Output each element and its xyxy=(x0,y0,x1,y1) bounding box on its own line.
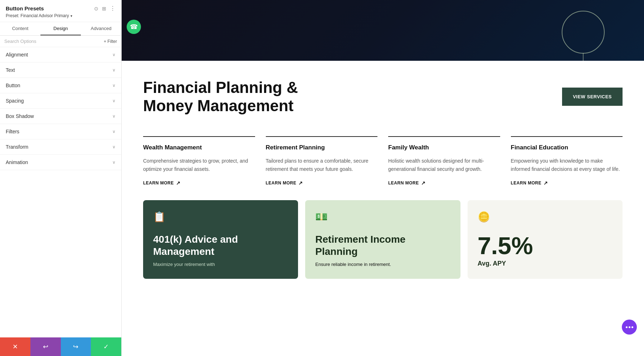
focus-icon[interactable]: ⊙ xyxy=(94,6,98,11)
cards-row: 📋 401(k) Advice and Management Maximize … xyxy=(122,200,644,286)
view-services-button[interactable]: VIEW SERVICES xyxy=(562,88,623,106)
chevron-down-icon: ∨ xyxy=(112,68,116,73)
chat-dot xyxy=(631,326,633,328)
service-desc: Holistic wealth solutions designed for m… xyxy=(388,157,500,173)
chat-bubble[interactable] xyxy=(622,320,637,335)
services-grid: Wealth Management Comprehensive strategi… xyxy=(122,129,644,200)
card-title: Retirement Income Planning xyxy=(315,233,450,257)
preset-arrow: ▾ xyxy=(70,14,72,18)
service-card-wealth: Wealth Management Comprehensive strategi… xyxy=(143,136,255,186)
hero-section: ☎ xyxy=(122,0,644,61)
bottom-toolbar: ✕ ↩ ↪ ✓ xyxy=(0,337,121,356)
float-action-button[interactable]: ☎ xyxy=(127,20,141,34)
service-desc: Comprehensive strategies to grow, protec… xyxy=(143,157,255,173)
card-title: 401(k) Advice and Management xyxy=(153,233,288,257)
tab-advanced[interactable]: Advanced xyxy=(81,22,121,35)
tab-content[interactable]: Content xyxy=(0,22,40,35)
undo-icon: ↩ xyxy=(43,343,48,351)
phone-icon: ☎ xyxy=(130,23,138,31)
section-alignment[interactable]: Alignment ∨ xyxy=(0,47,121,63)
fp-title: Financial Planning & Money Management xyxy=(143,79,548,115)
arrow-icon: ↗ xyxy=(543,180,548,186)
check-icon: ✓ xyxy=(103,343,109,351)
chevron-down-icon: ∨ xyxy=(112,160,116,165)
filter-button[interactable]: + Filter xyxy=(104,39,117,44)
chat-dots xyxy=(626,326,633,328)
service-card-education: Financial Education Empowering you with … xyxy=(511,136,623,186)
document-dollar-icon: 📋 xyxy=(153,211,288,223)
section-transform[interactable]: Transform ∨ xyxy=(0,139,121,155)
deco-circle xyxy=(562,11,605,54)
search-input[interactable] xyxy=(4,39,101,44)
undo-button[interactable]: ↩ xyxy=(30,337,61,356)
card-401k: 📋 401(k) Advice and Management Maximize … xyxy=(143,200,298,279)
confirm-button[interactable]: ✓ xyxy=(91,337,121,356)
section-animation[interactable]: Animation ∨ xyxy=(0,155,121,170)
more-icon[interactable]: ⋮ xyxy=(110,5,116,12)
apy-number: 7.5% xyxy=(478,233,613,258)
money-hand-icon: 💵 xyxy=(315,211,450,223)
tabs-row: Content Design Advanced xyxy=(0,22,121,36)
redo-button[interactable]: ↪ xyxy=(61,337,91,356)
columns-icon[interactable]: ⊞ xyxy=(102,6,106,11)
chevron-down-icon: ∨ xyxy=(112,144,116,149)
service-title: Retirement Planning xyxy=(266,144,378,151)
card-desc: Ensure reliable income in retirement. xyxy=(315,261,450,268)
service-title: Wealth Management xyxy=(143,144,255,151)
chevron-down-icon: ∨ xyxy=(112,52,116,57)
arrow-icon: ↗ xyxy=(421,180,426,186)
learn-more-retirement[interactable]: LEARN MORE ↗ xyxy=(266,180,378,186)
coins-icon: 🪙 xyxy=(478,211,613,223)
section-box-shadow[interactable]: Box Shadow ∨ xyxy=(0,109,121,124)
section-filters[interactable]: Filters ∨ xyxy=(0,124,121,139)
learn-more-family[interactable]: LEARN MORE ↗ xyxy=(388,180,500,186)
chevron-down-icon: ∨ xyxy=(112,98,116,103)
left-panel: Button Presets ⊙ ⊞ ⋮ Preset: Financial A… xyxy=(0,0,122,356)
card-desc: Maximize your retirement with xyxy=(153,261,288,268)
preset-label[interactable]: Preset: Financial Advisor Primary ▾ xyxy=(6,13,116,18)
learn-more-education[interactable]: LEARN MORE ↗ xyxy=(511,180,623,186)
section-list: Alignment ∨ Text ∨ Button ∨ Spacing ∨ Bo… xyxy=(0,47,121,340)
search-row: + Filter xyxy=(0,36,121,47)
learn-more-wealth[interactable]: LEARN MORE ↗ xyxy=(143,180,255,186)
apy-label: Avg. APY xyxy=(478,260,613,267)
card-retirement-income: 💵 Retirement Income Planning Ensure reli… xyxy=(305,200,460,279)
section-text[interactable]: Text ∨ xyxy=(0,63,121,78)
right-content: ☎ Financial Planning & Money Management … xyxy=(122,0,644,356)
service-desc: Empowering you with knowledge to make in… xyxy=(511,157,623,173)
tab-design[interactable]: Design xyxy=(40,22,81,35)
fp-section: Financial Planning & Money Management VI… xyxy=(122,61,644,129)
service-card-retirement: Retirement Planning Tailored plans to en… xyxy=(266,136,378,186)
chat-dot xyxy=(626,326,628,328)
arrow-icon: ↗ xyxy=(176,180,181,186)
fp-title-block: Financial Planning & Money Management xyxy=(143,79,548,115)
redo-icon: ↪ xyxy=(73,343,78,351)
close-button[interactable]: ✕ xyxy=(0,337,30,356)
close-icon: ✕ xyxy=(13,343,18,351)
service-card-family: Family Wealth Holistic wealth solutions … xyxy=(388,136,500,186)
panel-title: Button Presets xyxy=(6,5,44,11)
chevron-down-icon: ∨ xyxy=(112,129,116,134)
service-desc: Tailored plans to ensure a comfortable, … xyxy=(266,157,378,173)
service-title: Family Wealth xyxy=(388,144,500,151)
chevron-down-icon: ∨ xyxy=(112,114,116,119)
main-content: Financial Planning & Money Management VI… xyxy=(122,61,644,356)
card-apy: 🪙 7.5% Avg. APY xyxy=(468,200,623,279)
arrow-icon: ↗ xyxy=(298,180,303,186)
panel-title-icons: ⊙ ⊞ ⋮ xyxy=(94,5,116,12)
chevron-down-icon: ∨ xyxy=(112,83,116,88)
chat-dot xyxy=(629,326,630,328)
fp-right: VIEW SERVICES xyxy=(562,79,623,115)
service-title: Financial Education xyxy=(511,144,623,151)
section-spacing[interactable]: Spacing ∨ xyxy=(0,93,121,109)
section-button[interactable]: Button ∨ xyxy=(0,78,121,93)
panel-header: Button Presets ⊙ ⊞ ⋮ Preset: Financial A… xyxy=(0,0,121,22)
